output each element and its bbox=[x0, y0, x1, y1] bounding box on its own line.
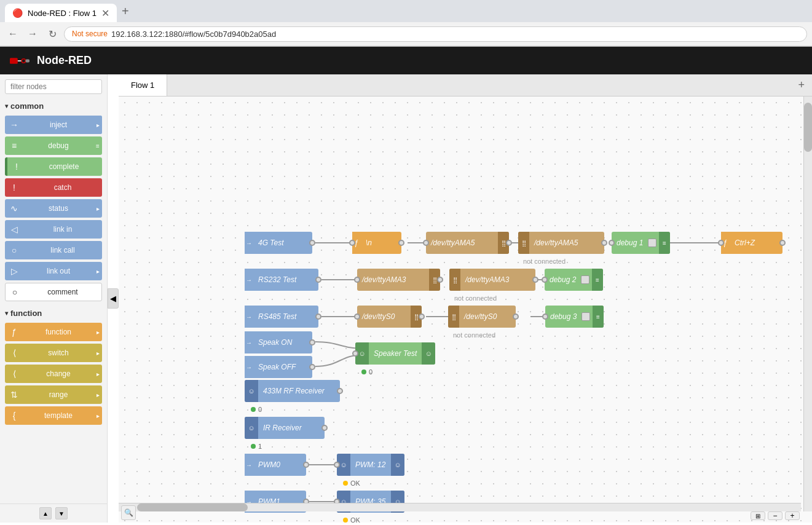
horizontal-scrollbar-thumb[interactable] bbox=[137, 503, 248, 511]
zoom-out-button[interactable]: − bbox=[768, 511, 782, 520]
add-flow-tab-button[interactable]: + bbox=[790, 74, 812, 97]
linkin-node-icon: ◁ bbox=[5, 220, 23, 239]
search-canvas-button[interactable]: 🔍 bbox=[121, 505, 136, 520]
node-4g-inject[interactable]: → 4G Test bbox=[245, 232, 312, 254]
range-node-icon: ⇅ bbox=[5, 385, 23, 404]
complete-node-icon: ! bbox=[7, 157, 26, 176]
node-rs485-inject[interactable]: → RS485 Test bbox=[245, 306, 318, 328]
change-node-icon: ⟨ bbox=[5, 365, 23, 383]
sidebar-node-function[interactable]: ƒ function ▸ bbox=[5, 323, 102, 341]
comment-node-icon: ○ bbox=[6, 283, 24, 301]
status-node-port: ▸ bbox=[93, 199, 102, 218]
scroll-down-button[interactable]: ▼ bbox=[55, 507, 68, 519]
tab-bar: 🔴 Node-RED : Flow 1 ✕ + bbox=[0, 0, 812, 22]
sidebar-section-common: ▾ common → inject ▸ ≡ debug ≡ bbox=[0, 99, 107, 304]
sidebar-node-inject[interactable]: → inject ▸ bbox=[5, 116, 102, 134]
reload-button[interactable]: ↻ bbox=[44, 26, 60, 42]
zoom-in-button[interactable]: + bbox=[785, 511, 800, 520]
not-connected-rs485: not connected bbox=[453, 331, 495, 339]
change-node-port: ▸ bbox=[93, 365, 102, 383]
node-rs232-serial-out[interactable]: /dev/ttyAMA3 ⣿ bbox=[357, 269, 440, 291]
sidebar-collapse-button[interactable]: ◀ bbox=[108, 288, 119, 309]
debug-node-label: debug bbox=[23, 141, 93, 150]
node-pwm0[interactable]: ☺ PWM: 12 ☺ OK bbox=[337, 454, 404, 476]
function-node-icon: ƒ bbox=[5, 323, 23, 341]
node-rs485-serial-in[interactable]: ⣿ /dev/ttyS0 not connected bbox=[448, 306, 516, 328]
flow-tabs-bar: Flow 1 + bbox=[119, 74, 812, 97]
forward-button[interactable]: → bbox=[25, 26, 41, 42]
catch-node-label: catch bbox=[23, 183, 102, 192]
svg-rect-1 bbox=[12, 59, 15, 62]
new-tab-button[interactable]: + bbox=[117, 4, 134, 18]
function-node-label: function bbox=[23, 328, 93, 336]
node-rs232-serial-in[interactable]: ⣿ /dev/ttyAMA3 not connected bbox=[449, 269, 535, 291]
node-pwm0-inject[interactable]: → PWM0 bbox=[245, 454, 306, 476]
main-area: Flow 1 + bbox=[119, 74, 812, 523]
back-button[interactable]: ← bbox=[5, 26, 21, 42]
section-label-common: common bbox=[10, 101, 44, 111]
switch-node-port: ▸ bbox=[93, 344, 102, 362]
section-header-function[interactable]: ▾ function bbox=[0, 306, 107, 320]
debug-node-port: ≡ bbox=[93, 136, 102, 155]
sidebar-node-complete[interactable]: ! complete bbox=[5, 157, 102, 176]
node-rf-receiver[interactable]: ☺ 433M RF Receiver 0 bbox=[245, 380, 340, 402]
node-rs232-debug[interactable]: debug 2 ≡ bbox=[545, 269, 603, 291]
node-4g-fn2[interactable]: ƒ Ctrl+Z bbox=[721, 232, 782, 254]
filter-nodes-input[interactable] bbox=[5, 79, 102, 94]
node-4g-debug[interactable]: debug 1 ≡ bbox=[612, 232, 670, 254]
flow-tab-1[interactable]: Flow 1 bbox=[119, 74, 167, 96]
address-bar[interactable]: Not secure 192.168.3.122:1880/#flow/5c0b… bbox=[64, 26, 807, 42]
sidebar-node-status[interactable]: ∿ status ▸ bbox=[5, 199, 102, 218]
sidebar-node-linkcall[interactable]: ○ link call bbox=[5, 241, 102, 259]
inject-node-port: ▸ bbox=[93, 116, 102, 134]
sidebar-node-debug[interactable]: ≡ debug ≡ bbox=[5, 136, 102, 155]
node-rs485-serial-out[interactable]: /dev/ttyS0 ⣿ bbox=[357, 306, 422, 328]
sidebar-node-catch[interactable]: ! catch bbox=[5, 178, 102, 197]
vertical-scrollbar-thumb[interactable] bbox=[804, 103, 812, 152]
sidebar-node-comment[interactable]: ○ comment bbox=[5, 283, 102, 301]
node-4g-function[interactable]: ƒ \n bbox=[352, 232, 401, 254]
node-speak-on-inject[interactable]: → Speak ON bbox=[245, 331, 312, 353]
not-secure-indicator: Not secure bbox=[72, 30, 108, 38]
linkin-node-label: link in bbox=[23, 225, 102, 234]
node-rs232-inject[interactable]: → RS232 Test bbox=[245, 269, 318, 291]
sidebar-node-switch[interactable]: ⟨ switch ▸ bbox=[5, 344, 102, 362]
section-header-common[interactable]: ▾ common bbox=[0, 99, 107, 113]
nav-bar: ← → ↻ Not secure 192.168.3.122:1880/#flo… bbox=[0, 22, 812, 46]
browser-tab[interactable]: 🔴 Node-RED : Flow 1 ✕ bbox=[5, 4, 117, 22]
canvas-controls: ⊞ − + bbox=[751, 511, 800, 520]
sidebar-node-linkout[interactable]: ▷ link out ▸ bbox=[5, 262, 102, 280]
sidebar-node-template[interactable]: { template ▸ bbox=[5, 406, 102, 425]
status-node-label: status bbox=[23, 204, 93, 213]
status-node-icon: ∿ bbox=[5, 199, 23, 218]
section-arrow-common: ▾ bbox=[5, 103, 8, 109]
vertical-scrollbar[interactable] bbox=[803, 97, 812, 511]
app: Node-RED ▾ common → inject bbox=[0, 47, 812, 523]
sidebar-node-linkin[interactable]: ◁ link in bbox=[5, 220, 102, 239]
node-speaker-test[interactable]: ☺ Speaker Test ☺ 0 bbox=[355, 342, 435, 365]
node-4g-serial-out[interactable]: /dev/ttyAMA5 ⣿ bbox=[426, 232, 509, 254]
scroll-up-button[interactable]: ▲ bbox=[39, 507, 52, 519]
not-connected-4g: not connected bbox=[523, 258, 566, 265]
svg-rect-4 bbox=[26, 59, 30, 62]
tab-close-button[interactable]: ✕ bbox=[101, 7, 109, 19]
template-node-icon: { bbox=[5, 406, 23, 425]
sidebar-scroll-area: ▾ common → inject ▸ ≡ debug ≡ bbox=[0, 99, 107, 503]
node-4g-serial-in[interactable]: ⣿ /dev/ttyAMA5 not connected bbox=[518, 232, 604, 254]
horizontal-scrollbar[interactable] bbox=[119, 503, 801, 511]
node-rs485-debug[interactable]: debug 3 ≡ bbox=[545, 306, 604, 328]
sidebar-collapse-area: ◀ bbox=[108, 74, 119, 523]
complete-node-label: complete bbox=[26, 162, 102, 171]
node-speak-off-inject[interactable]: → Speak OFF bbox=[245, 356, 312, 378]
range-node-label: range bbox=[23, 390, 93, 399]
node-ir-receiver[interactable]: ☺ IR Receiver 1 bbox=[245, 417, 325, 439]
tab-title: Node-RED : Flow 1 bbox=[28, 9, 97, 18]
range-node-port: ▸ bbox=[93, 385, 102, 404]
flow-canvas[interactable]: → 4G Test ƒ \n /dev/ttyAMA5 ⣿ bbox=[119, 97, 812, 523]
fit-view-button[interactable]: ⊞ bbox=[751, 511, 765, 520]
node-list-common: → inject ▸ ≡ debug ≡ ! complete bbox=[0, 113, 107, 304]
sidebar-node-change[interactable]: ⟨ change ▸ bbox=[5, 365, 102, 383]
sidebar-node-range[interactable]: ⇅ range ▸ bbox=[5, 385, 102, 404]
comment-node-label: comment bbox=[24, 288, 101, 296]
section-label-function: function bbox=[10, 309, 42, 318]
